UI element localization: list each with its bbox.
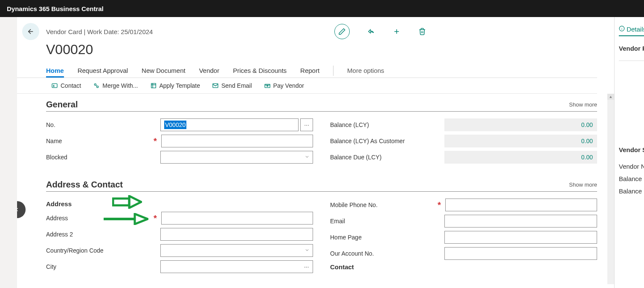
input-no-value: V00020 [164, 121, 186, 129]
value-balance-lcy-customer[interactable]: 0.00 [444, 135, 597, 147]
delete-button[interactable] [418, 27, 426, 36]
tab-more-options[interactable]: More options [347, 63, 384, 78]
factbox-panel: Details Vendor Picture Vendor Statistics… [614, 17, 644, 288]
label-balance-due-lcy: Balance Due (LCY) [330, 154, 437, 161]
label-our-account: Our Account No. [330, 250, 437, 257]
address-subheading: Address [46, 200, 313, 207]
address-show-more[interactable]: Show more [569, 181, 597, 188]
edit-button[interactable] [334, 24, 350, 39]
merge-icon [93, 82, 100, 89]
contact-icon [51, 82, 58, 89]
email-icon [212, 82, 219, 89]
toolbar-merge-with[interactable]: Merge With... [93, 82, 138, 89]
scroll-up-icon[interactable]: ▲ [607, 94, 614, 100]
factbox-balance[interactable]: Balance (LCY) [619, 173, 644, 185]
factbox-balance2[interactable]: Balance [619, 185, 644, 197]
scrollbar[interactable]: ▲ [607, 94, 614, 284]
required-indicator: * [438, 200, 444, 210]
toolbar-contact[interactable]: Contact [51, 82, 81, 89]
svg-rect-3 [52, 84, 57, 87]
value-balance-due-lcy[interactable]: 0.00 [444, 151, 597, 164]
factbox-details-label: Details [627, 26, 644, 33]
tab-new-document[interactable]: New Document [142, 63, 186, 78]
label-home-page: Home Page [330, 234, 437, 241]
label-balance-lcy: Balance (LCY) [330, 121, 437, 128]
section-general-title: General [46, 100, 78, 109]
label-address: Address [46, 215, 153, 222]
assist-city[interactable]: ··· [300, 260, 313, 273]
svg-rect-9 [265, 84, 270, 88]
factbox-vendor-no[interactable]: Vendor No. [619, 160, 644, 173]
required-indicator: * [154, 136, 160, 146]
section-address-contact-title: Address & Contact [46, 180, 123, 190]
input-no[interactable]: V00020 [160, 118, 299, 131]
label-email: Email [330, 218, 437, 225]
label-city: City [46, 263, 153, 270]
label-balance-lcy-customer: Balance (LCY) As Customer [330, 138, 437, 144]
toolbar-merge-label: Merge With... [102, 82, 138, 89]
svg-rect-7 [151, 84, 156, 88]
input-city[interactable] [160, 260, 300, 273]
tabs-divider [333, 66, 334, 76]
label-mobile: Mobile Phone No. [330, 202, 437, 208]
new-button[interactable] [392, 27, 401, 36]
input-email[interactable] [444, 215, 597, 228]
svg-point-10 [267, 85, 268, 86]
input-mobile[interactable] [445, 199, 597, 211]
toolbar-template-label: Apply Template [160, 82, 200, 89]
svg-point-4 [53, 85, 55, 86]
value-balance-lcy[interactable]: 0.00 [444, 118, 597, 131]
share-button[interactable] [367, 27, 375, 36]
tab-prices-discounts[interactable]: Prices & Discounts [233, 63, 287, 78]
general-show-more[interactable]: Show more [569, 101, 597, 108]
toolbar-send-email[interactable]: Send Email [212, 82, 252, 89]
label-address2: Address 2 [46, 231, 153, 238]
breadcrumb: Vendor Card | Work Date: 25/01/2024 [46, 28, 153, 35]
input-home-page[interactable] [444, 231, 597, 244]
back-button[interactable] [22, 23, 39, 40]
required-indicator: * [154, 213, 160, 223]
toolbar-pay-vendor[interactable]: Pay Vendor [264, 82, 304, 89]
left-gutter [0, 17, 17, 288]
section-general-header[interactable]: General Show more [46, 100, 597, 112]
app-title: Dynamics 365 Business Central [7, 5, 104, 12]
input-address[interactable] [161, 212, 313, 225]
toolbar-pay-label: Pay Vendor [273, 82, 304, 89]
factbox-details[interactable]: Details [619, 23, 644, 36]
main-content: Vendor Card | Work Date: 25/01/2024 V000… [17, 17, 614, 288]
input-name[interactable] [161, 135, 313, 147]
factbox-vendor-picture[interactable]: Vendor Picture [619, 42, 644, 55]
label-country: Country/Region Code [46, 247, 153, 254]
toolbar-contact-label: Contact [61, 82, 81, 89]
input-country[interactable] [160, 244, 313, 257]
toolbar-email-label: Send Email [221, 82, 252, 89]
tab-home[interactable]: Home [46, 63, 64, 78]
app-title-bar: Dynamics 365 Business Central [0, 0, 644, 17]
tab-report[interactable]: Report [300, 63, 319, 78]
assist-no[interactable]: ··· [300, 118, 313, 131]
page-title: V00020 [17, 40, 614, 63]
section-address-contact-header[interactable]: Address & Contact Show more [46, 180, 597, 192]
toolbar-apply-template[interactable]: Apply Template [150, 82, 200, 89]
input-blocked[interactable] [160, 151, 313, 164]
svg-point-5 [95, 84, 96, 85]
template-icon [150, 82, 157, 89]
input-our-account[interactable] [444, 247, 597, 260]
svg-point-6 [97, 86, 99, 88]
factbox-vendor-stats[interactable]: Vendor Statistics [619, 144, 644, 156]
label-blocked: Blocked [46, 154, 153, 161]
contact-subheading: Contact [330, 263, 597, 271]
action-tabs: Home Request Approval New Document Vendo… [17, 63, 597, 78]
divider [619, 60, 644, 61]
pay-icon [264, 82, 271, 89]
label-no: No. [46, 121, 153, 128]
tab-vendor[interactable]: Vendor [199, 63, 220, 78]
label-name: Name [46, 138, 153, 144]
home-toolbar: Contact Merge With... Apply Template Sen… [17, 78, 597, 94]
input-address2[interactable] [160, 228, 313, 241]
tab-request-approval[interactable]: Request Approval [78, 63, 128, 78]
